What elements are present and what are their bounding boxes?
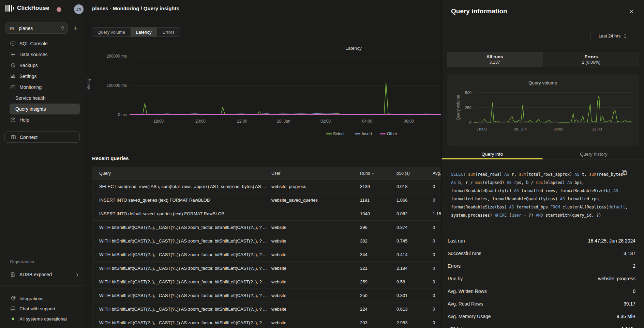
sidebar-item-sql-console[interactable]: SQL Console <box>0 38 84 49</box>
cell-avg: 0 <box>433 307 441 312</box>
column-header-runs[interactable]: Runs <box>360 171 396 176</box>
sidebar-item-help[interactable]: Help <box>0 114 84 125</box>
code-token: default <box>609 205 626 209</box>
main-content: planes - Monitoring / Query insights Que… <box>84 0 441 328</box>
stat-row-avg-read-rows: Avg. Read Rows39.17 <box>441 297 644 310</box>
svg-text:Select: Select <box>333 131 345 136</box>
main-header: planes - Monitoring / Query insights <box>84 0 441 17</box>
svg-text:Other: Other <box>387 131 397 136</box>
service-selector[interactable]: aws planes <box>5 22 68 34</box>
svg-text:0 ms: 0 ms <box>118 112 127 117</box>
sidebar-item-data-sources[interactable]: Data sources <box>0 49 84 60</box>
cell-avg: 0 <box>433 198 441 203</box>
sidebar-item-query-insights[interactable]: Query insights <box>10 104 80 114</box>
code-token: max <box>475 180 482 185</box>
organization-row[interactable]: ADSB.exposed <box>0 269 84 280</box>
svg-text:Query volume: Query volume <box>528 80 557 85</box>
table-row[interactable]: WITH bitShiftLeft(CAST(?..), _CAST(?..))… <box>92 234 441 248</box>
stat-row-avg-memory-usage: Avg. Memory Usage9.35 MiB <box>441 310 644 323</box>
table-row[interactable]: SELECT sum(read_rows) AS r, sum(total_ro… <box>92 179 441 193</box>
cell-avg: 0 <box>433 279 441 284</box>
table-row[interactable]: WITH bitShiftLeft(CAST(?..), _CAST(?..))… <box>92 248 441 261</box>
tab-query-info[interactable]: Query info <box>441 149 543 159</box>
cell-avg: 1.15 <box>433 211 441 216</box>
stat-row-avg-written-rows: Avg. Written Rows0 <box>441 285 644 297</box>
sidebar-item-label: Monitoring <box>19 84 42 90</box>
cell-runs: 1040 <box>360 211 396 216</box>
footer-item-2[interactable]: All systems operational <box>0 314 84 324</box>
table-row[interactable]: WITH bitShiftLeft(CAST(?..), _CAST(?..))… <box>92 288 441 302</box>
cell-runs: 259 <box>360 279 396 284</box>
cell-runs: 203 <box>360 320 396 325</box>
avatar[interactable]: ZN <box>74 4 84 14</box>
segment-all-runs[interactable]: All runs3,137 <box>447 52 543 67</box>
stat-row-errors: Errors2 <box>441 260 644 272</box>
code-token: AS <box>509 205 514 209</box>
organization-name: ADSB.exposed <box>19 272 72 277</box>
footer-item-label: Integrations <box>19 296 44 301</box>
column-header-query[interactable]: Query <box>99 171 271 176</box>
time-range-select[interactable]: Last 24 hrs <box>590 31 635 41</box>
stat-label: Avg. Read Rows <box>448 301 624 307</box>
table-row[interactable]: WITH bitShiftLeft(CAST(?..), _CAST(?..))… <box>92 220 441 234</box>
column-header-p50-s-[interactable]: p50 (s) <box>396 171 433 176</box>
sidebar-item-service-health[interactable]: Service health <box>10 93 80 104</box>
table-row[interactable]: INSERT INTO saved_queries (text) FORMAT … <box>92 193 441 207</box>
segment-errors[interactable]: Errors2 (0.06%) <box>543 52 639 67</box>
footer-item-0[interactable]: Integrations <box>0 293 84 303</box>
cell-query: WITH bitShiftLeft(CAST(?..), _CAST(?..))… <box>99 320 271 325</box>
table-row[interactable]: INSERT INTO default.saved_queries (text)… <box>92 207 441 220</box>
code-token: r, <box>509 172 519 177</box>
cell-runs: 344 <box>360 252 396 257</box>
table-body: SELECT sum(read_rows) AS r, sum(total_ro… <box>92 179 441 328</box>
aws-icon: aws <box>9 26 16 31</box>
code-token: formatted_bps <box>514 205 551 209</box>
table-row[interactable]: WITH bitShiftLeft(CAST(?..), _CAST(?..))… <box>92 261 441 275</box>
column-header-user[interactable]: User <box>271 171 360 176</box>
code-token: (elapsed) <box>543 180 567 185</box>
tab-query-volume[interactable]: Query volume <box>92 28 131 36</box>
tab-errors[interactable]: Errors <box>157 28 180 36</box>
panel-title: Query information <box>451 7 507 15</box>
footer-item-label: All systems operational <box>19 316 67 322</box>
column-header-label: Query <box>99 171 111 176</box>
code-token: user <box>512 213 521 218</box>
code-token: AND <box>536 213 543 218</box>
clickhouse-logo[interactable]: ClickHouse <box>5 5 49 12</box>
stat-value: 16:47:25, Jun 28 2024 <box>588 238 635 244</box>
add-service-button[interactable]: + <box>71 24 80 33</box>
svg-text:02:00: 02:00 <box>320 119 331 124</box>
code-token: AS <box>574 172 579 177</box>
latency-chart-area: 0 ms100000 ms200000 ms18:0020:0022:0028.… <box>84 37 441 140</box>
code-token: AS <box>504 172 509 177</box>
sidebar-item-monitoring[interactable]: Monitoring <box>0 82 84 93</box>
tab-query-history[interactable]: Query history <box>543 149 644 159</box>
svg-text:28. Jun: 28. Jun <box>277 119 290 124</box>
sidebar-item-settings[interactable]: Settings <box>0 71 84 82</box>
table-row[interactable]: WITH bitShiftLeft(CAST(?..), _CAST(?..))… <box>92 302 441 316</box>
connect-button[interactable]: Connect <box>4 131 80 143</box>
stat-value: 3,137 <box>624 251 635 256</box>
code-token: sum <box>519 172 526 177</box>
cell-query: WITH bitShiftLeft(CAST(?..), _CAST(?..))… <box>99 266 271 271</box>
copy-icon[interactable] <box>621 170 627 175</box>
svg-text:04:00: 04:00 <box>362 119 372 124</box>
tab-latency[interactable]: Latency <box>131 28 157 36</box>
brand-name: ClickHouse <box>17 5 49 12</box>
table-row[interactable]: WITH bitShiftLeft(CAST(?..), _CAST(?..))… <box>92 275 441 288</box>
column-header-avg-[interactable]: Avg. <box>433 171 441 176</box>
cell-avg: 0 <box>433 238 441 244</box>
table-row[interactable]: WITH bitShiftLeft(CAST(?..), _CAST(?..))… <box>92 316 441 328</box>
nav-sub-items: Service healthQuery insights <box>0 93 84 114</box>
sort-caret-icon <box>372 172 375 175</box>
chat-icon <box>10 306 16 311</box>
footer-item-1[interactable]: Chat with support <box>0 303 84 314</box>
time-range-value: Last 24 hrs <box>599 33 620 38</box>
cell-p50: 0.613 <box>396 307 433 312</box>
organization-icon <box>10 272 16 277</box>
close-icon[interactable]: × <box>627 7 636 16</box>
cell-user: website <box>271 252 360 257</box>
sidebar-item-backups[interactable]: Backups <box>0 60 84 71</box>
cell-runs: 396 <box>360 225 396 230</box>
service-health-dot-icon[interactable] <box>57 7 61 12</box>
